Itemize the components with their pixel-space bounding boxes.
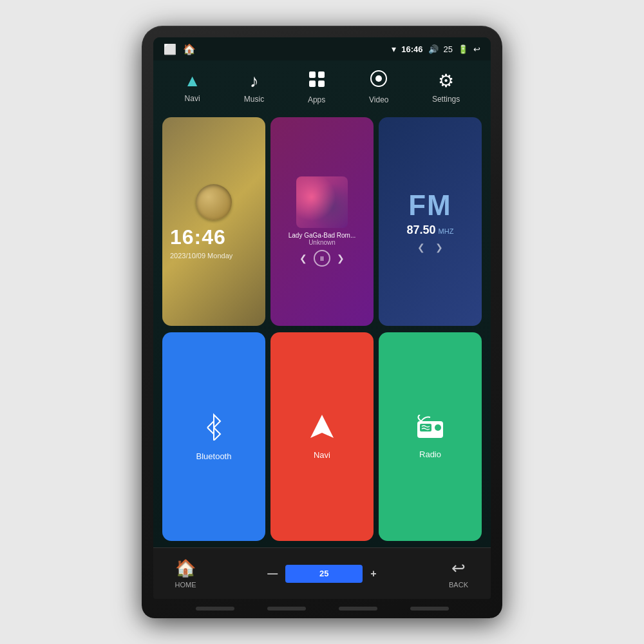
navi-icon bbox=[309, 413, 335, 445]
svg-line-6 bbox=[207, 421, 214, 428]
radio-icon bbox=[416, 415, 444, 444]
fm-controls: ❮ ❯ bbox=[417, 242, 443, 252]
navi-widget[interactable]: Navi bbox=[270, 332, 374, 541]
status-right-info: ▾ 16:46 🔊 25 🔋 ↩ bbox=[392, 44, 480, 54]
fm-prev-button[interactable]: ❮ bbox=[417, 242, 425, 252]
status-left-icons: ⬜ 🏠 bbox=[164, 43, 196, 55]
screen: ⬜ 🏠 ▾ 16:46 🔊 25 🔋 ↩ ▲ Navi ♪ bbox=[153, 37, 491, 599]
volume-control: — 25 + bbox=[205, 565, 439, 583]
music-cover-art bbox=[296, 176, 348, 228]
clip-3 bbox=[339, 607, 377, 611]
svg-rect-10 bbox=[420, 424, 431, 431]
volume-level: 25 bbox=[444, 44, 453, 54]
svg-rect-3 bbox=[318, 80, 325, 87]
music-widget[interactable]: Lady GaGa-Bad Rom... Unknown ❮ ⏸ ❯ bbox=[270, 117, 374, 326]
play-pause-button[interactable]: ⏸ bbox=[314, 250, 330, 267]
video-nav-icon bbox=[370, 70, 388, 92]
back-icon: ↩ bbox=[473, 44, 480, 54]
back-button-icon: ↩ bbox=[451, 558, 466, 578]
next-button[interactable]: ❯ bbox=[337, 253, 345, 263]
car-head-unit: ⬜ 🏠 ▾ 16:46 🔊 25 🔋 ↩ ▲ Navi ♪ bbox=[142, 26, 502, 618]
back-button[interactable]: ↩ BACK bbox=[439, 558, 478, 589]
music-nav-icon: ♪ bbox=[250, 71, 259, 91]
bluetooth-icon bbox=[201, 412, 227, 446]
radio-widget[interactable]: Radio bbox=[379, 332, 482, 541]
home-button[interactable]: 🏠 HOME bbox=[166, 558, 205, 589]
status-bar: ⬜ 🏠 ▾ 16:46 🔊 25 🔋 ↩ bbox=[153, 37, 491, 61]
nav-navi[interactable]: ▲ Navi bbox=[184, 71, 201, 103]
clock-time: 16:46 bbox=[170, 225, 226, 249]
fm-widget[interactable]: FM 87.50 MHZ ❮ ❯ bbox=[379, 117, 482, 326]
volume-value: 25 bbox=[319, 569, 328, 578]
nav-icons-row: ▲ Navi ♪ Music A bbox=[162, 67, 482, 111]
navi-widget-label: Navi bbox=[314, 450, 330, 460]
widgets-bottom-grid: Bluetooth Navi bbox=[162, 332, 482, 541]
fm-next-button[interactable]: ❯ bbox=[435, 242, 443, 252]
status-time: 16:46 bbox=[401, 44, 422, 54]
volume-minus-button[interactable]: — bbox=[267, 568, 278, 580]
cover-art-image bbox=[296, 176, 348, 228]
svg-rect-0 bbox=[309, 71, 316, 78]
clock-date: 2023/10/09 Monday bbox=[170, 252, 232, 260]
fm-label: FM bbox=[408, 191, 452, 220]
navi-nav-icon: ▲ bbox=[184, 71, 201, 91]
wifi-icon: ▾ bbox=[392, 44, 396, 54]
clip-4 bbox=[410, 607, 449, 611]
clock-widget[interactable]: 16:46 2023/10/09 Monday bbox=[162, 117, 265, 326]
music-title: Lady GaGa-Bad Rom... bbox=[289, 232, 356, 239]
physical-bottom-bar: 🏠 HOME — 25 + ↩ BACK bbox=[153, 547, 491, 599]
bluetooth-label: Bluetooth bbox=[196, 451, 232, 461]
prev-button[interactable]: ❮ bbox=[299, 253, 307, 263]
battery-icon: 🔋 bbox=[458, 44, 468, 54]
fm-frequency: 87.50 bbox=[407, 223, 436, 237]
svg-rect-1 bbox=[318, 71, 325, 78]
back-button-label: BACK bbox=[449, 581, 468, 589]
nav-music[interactable]: ♪ Music bbox=[244, 71, 264, 104]
music-controls: ❮ ⏸ ❯ bbox=[299, 250, 345, 267]
nav-apps[interactable]: Apps bbox=[308, 70, 326, 104]
radio-widget-label: Radio bbox=[419, 450, 441, 459]
svg-line-7 bbox=[207, 428, 214, 434]
nav-settings[interactable]: ⚙ Settings bbox=[432, 70, 460, 104]
home-button-label: HOME bbox=[175, 581, 196, 589]
home-icon: 🏠 bbox=[183, 43, 196, 55]
apps-nav-icon bbox=[308, 70, 326, 92]
clip-1 bbox=[196, 607, 234, 611]
window-icon: ⬜ bbox=[164, 43, 176, 55]
svg-marker-8 bbox=[310, 415, 334, 438]
nav-navi-label: Navi bbox=[185, 94, 200, 103]
svg-rect-2 bbox=[309, 80, 316, 87]
nav-apps-label: Apps bbox=[308, 95, 325, 104]
screen-content: ▲ Navi ♪ Music A bbox=[153, 61, 491, 547]
music-artist: Unknown bbox=[308, 239, 336, 246]
settings-nav-icon: ⚙ bbox=[438, 70, 454, 91]
fm-unit: MHZ bbox=[439, 227, 454, 235]
device-bottom-clips bbox=[153, 599, 491, 618]
widgets-top-grid: 16:46 2023/10/09 Monday Lady GaGa-Bad Ro… bbox=[162, 117, 482, 326]
bluetooth-widget[interactable]: Bluetooth bbox=[162, 332, 265, 541]
clock-knob bbox=[196, 184, 232, 220]
clip-2 bbox=[267, 607, 306, 611]
volume-icon: 🔊 bbox=[428, 44, 439, 54]
volume-bar: 25 bbox=[285, 565, 363, 583]
svg-point-11 bbox=[435, 424, 441, 431]
nav-settings-label: Settings bbox=[432, 95, 460, 104]
svg-point-5 bbox=[375, 75, 382, 82]
nav-video-label: Video bbox=[369, 95, 388, 104]
nav-music-label: Music bbox=[244, 95, 264, 104]
volume-plus-button[interactable]: + bbox=[370, 568, 376, 580]
nav-video[interactable]: Video bbox=[369, 70, 388, 104]
home-button-icon: 🏠 bbox=[175, 558, 196, 578]
